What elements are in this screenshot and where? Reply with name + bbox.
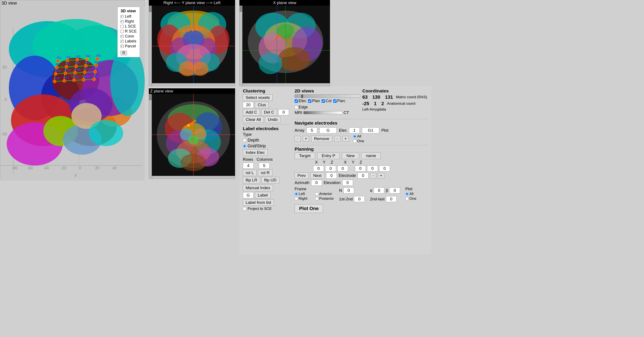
electrode-val-input[interactable] bbox=[358, 173, 368, 179]
elec-minus-button[interactable]: - bbox=[334, 136, 340, 142]
depth-radio[interactable] bbox=[243, 139, 246, 142]
add-c-button[interactable]: Add C bbox=[243, 109, 260, 115]
legend-check-right[interactable] bbox=[120, 20, 124, 23]
prev-button[interactable]: Prev bbox=[294, 172, 309, 179]
legend-r-button[interactable]: R bbox=[120, 51, 127, 55]
index-elec-button[interactable]: Index Elec bbox=[243, 149, 268, 156]
second-last-input[interactable] bbox=[386, 196, 396, 202]
col-check-label[interactable]: Col bbox=[322, 99, 332, 103]
legend-check-lsce[interactable] bbox=[120, 25, 124, 28]
del-c-value[interactable] bbox=[278, 109, 289, 115]
label-from-list-button[interactable]: Label from list bbox=[243, 199, 274, 206]
elec-check-label[interactable]: Elec bbox=[294, 99, 306, 103]
rot-r-button[interactable]: rot R bbox=[258, 170, 272, 176]
elec-nav-input[interactable] bbox=[349, 127, 360, 133]
views2d-slider[interactable] bbox=[294, 94, 360, 98]
anterior-radio-label[interactable]: Anterior bbox=[315, 192, 334, 196]
label-button[interactable]: Label bbox=[255, 192, 271, 198]
col-checkbox[interactable] bbox=[322, 99, 325, 103]
rot-l-button[interactable]: rot L bbox=[243, 170, 257, 176]
plot-one-big-button[interactable]: Plot One bbox=[294, 204, 323, 213]
parc-check-label[interactable]: Parc bbox=[333, 99, 345, 103]
plot-one-plan-radio[interactable] bbox=[405, 197, 409, 200]
posterior-radio-label[interactable]: Posterior bbox=[315, 197, 334, 201]
entry-p-button[interactable]: Entry P bbox=[317, 153, 340, 159]
azimuth-input[interactable] bbox=[311, 180, 322, 186]
z2-input[interactable] bbox=[379, 165, 390, 172]
del-c-button[interactable]: Del C bbox=[261, 109, 277, 115]
elec-plan-minus[interactable]: - bbox=[370, 173, 376, 178]
manual-index-button[interactable]: Manual Index bbox=[243, 185, 273, 191]
cluster-value-input[interactable] bbox=[243, 102, 254, 108]
panel-y-scrollbar-h[interactable] bbox=[152, 83, 235, 86]
name-button[interactable]: name bbox=[361, 153, 381, 159]
panel-z-scrollbar-h[interactable] bbox=[152, 176, 235, 179]
panel-z-scrollbar-v[interactable] bbox=[149, 93, 152, 179]
n-input[interactable] bbox=[343, 187, 354, 194]
elec-g1-input[interactable] bbox=[362, 127, 379, 133]
undo-button[interactable]: Undo bbox=[265, 116, 280, 123]
mri-slider[interactable] bbox=[304, 111, 342, 114]
scrollbar-z-thumb[interactable] bbox=[149, 94, 152, 100]
array-g-input[interactable] bbox=[320, 127, 337, 133]
left-radio-label[interactable]: Left bbox=[294, 192, 313, 196]
scrollbar-v-thumb[interactable] bbox=[149, 5, 152, 12]
parc-checkbox[interactable] bbox=[333, 99, 337, 103]
x2-input[interactable] bbox=[355, 165, 366, 172]
plot-one-nav-radio[interactable] bbox=[353, 139, 356, 143]
plot-one-plan-label[interactable]: One bbox=[405, 197, 416, 201]
anterior-radio[interactable] bbox=[315, 192, 318, 196]
plan-check-label[interactable]: Plan bbox=[308, 99, 320, 103]
g-input[interactable] bbox=[243, 192, 254, 198]
elec-plan-plus[interactable]: + bbox=[378, 173, 384, 178]
clus-button[interactable]: Clus bbox=[255, 102, 269, 108]
elevation-input[interactable] bbox=[342, 180, 353, 186]
legend-check-parcel[interactable] bbox=[120, 45, 124, 48]
edge-checkbox[interactable] bbox=[294, 106, 298, 109]
right-radio-label[interactable]: Right bbox=[294, 197, 313, 201]
legend-check-rsce[interactable] bbox=[120, 30, 124, 33]
project-to-sce-check[interactable] bbox=[243, 207, 246, 211]
array-input[interactable] bbox=[306, 127, 317, 133]
legend-check-labels[interactable] bbox=[120, 40, 124, 43]
plot-all-plan-label[interactable]: All bbox=[405, 192, 416, 196]
plan-checkbox[interactable] bbox=[308, 99, 312, 103]
elec-checkbox[interactable] bbox=[294, 99, 298, 103]
legend-check-left[interactable] bbox=[120, 15, 124, 18]
edge-check-label[interactable]: Edge bbox=[294, 105, 308, 109]
legend-check-conn[interactable] bbox=[120, 35, 124, 38]
panel-x-scrollbar-h[interactable] bbox=[242, 83, 330, 86]
y1-input[interactable] bbox=[325, 165, 336, 172]
columns-input[interactable] bbox=[259, 163, 270, 169]
remove-button[interactable]: Remove bbox=[311, 136, 332, 142]
scrollbar-x-thumb[interactable] bbox=[240, 5, 242, 12]
alpha-input[interactable] bbox=[374, 187, 384, 194]
select-voxels-button[interactable]: Select voxels bbox=[243, 94, 272, 101]
next-val-input[interactable] bbox=[326, 173, 337, 179]
array-minus-button[interactable]: - bbox=[294, 136, 301, 142]
panel-y-scrollbar-v[interactable] bbox=[149, 5, 152, 86]
plot-all-nav-label[interactable]: All bbox=[353, 134, 364, 139]
rows-input[interactable] bbox=[243, 163, 254, 169]
posterior-radio[interactable] bbox=[315, 197, 318, 200]
plot-one-nav-label[interactable]: One bbox=[353, 139, 364, 143]
clear-all-button[interactable]: Clear All bbox=[243, 116, 264, 123]
x1-input[interactable] bbox=[313, 165, 324, 172]
next-button[interactable]: Next bbox=[310, 172, 324, 179]
grid-strip-radio[interactable] bbox=[243, 144, 246, 148]
right-radio[interactable] bbox=[294, 197, 298, 200]
target-button[interactable]: Target bbox=[294, 153, 315, 159]
plot-all-plan-radio[interactable] bbox=[405, 192, 409, 196]
first-second-input[interactable] bbox=[354, 196, 365, 202]
left-radio[interactable] bbox=[294, 192, 298, 196]
z1-input[interactable] bbox=[337, 165, 348, 172]
flip-ud-button[interactable]: flip UD bbox=[262, 177, 279, 183]
plot-all-nav-radio[interactable] bbox=[353, 135, 356, 138]
y2-input[interactable] bbox=[367, 165, 378, 172]
beta-input[interactable] bbox=[389, 187, 400, 194]
elec-plus-button[interactable]: + bbox=[342, 136, 349, 142]
array-plus-button[interactable]: + bbox=[303, 136, 309, 142]
new-button[interactable]: New bbox=[342, 153, 359, 159]
flip-lr-button[interactable]: flip LR bbox=[243, 177, 260, 183]
panel-x-scrollbar-v[interactable] bbox=[240, 5, 242, 86]
